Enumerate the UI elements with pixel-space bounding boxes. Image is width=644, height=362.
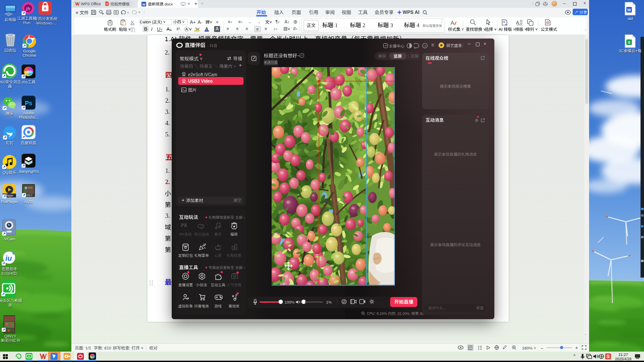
svg-text:jh: jh: [25, 6, 30, 11]
svg-text:iu: iu: [5, 254, 12, 262]
svg-text:e: e: [44, 6, 47, 11]
svg-text:A: A: [451, 20, 454, 26]
svg-text:W: W: [142, 3, 146, 6]
svg-text:Ps: Ps: [25, 100, 32, 107]
svg-text:Player: Player: [5, 194, 13, 197]
svg-text:OBS: OBS: [25, 70, 32, 73]
svg-text:AIZB-3: AIZB-3: [25, 194, 32, 197]
svg-text:W: W: [627, 8, 631, 12]
svg-text:S: S: [628, 40, 630, 45]
svg-text:A: A: [516, 20, 519, 25]
